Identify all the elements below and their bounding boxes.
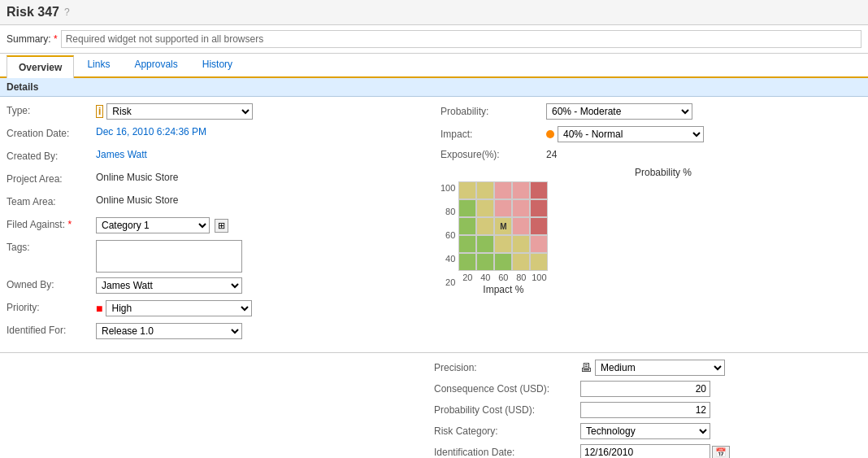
filed-against-select[interactable]: Category 1: [96, 217, 210, 233]
identified-for-select[interactable]: Release 1.0: [96, 323, 242, 339]
impact-select[interactable]: 40% - Normal: [558, 126, 704, 142]
filed-against-row: Filed Against: * Category 1 ⊞: [7, 217, 427, 235]
right-column: Probability: 60% - Moderate Impact: 40% …: [434, 103, 868, 346]
created-by-label: Created By:: [7, 149, 96, 162]
matrix-cell: [476, 217, 494, 235]
matrix-cell: [458, 235, 476, 253]
summary-row: Summary: *: [0, 25, 868, 54]
matrix-grid: M: [458, 181, 548, 295]
matrix-cell: [530, 181, 548, 199]
matrix-cell: [512, 217, 530, 235]
risk-matrix: Probability % 100 80 60 40 20: [441, 167, 861, 295]
owned-by-label: Owned By:: [7, 277, 96, 290]
created-by-value: James Watt: [96, 149, 427, 160]
impact-dot: [546, 130, 554, 138]
tab-links[interactable]: Links: [76, 54, 121, 76]
page-title: Risk 347: [7, 5, 59, 20]
project-area-row: Project Area: Online Music Store: [7, 172, 427, 190]
precision-icon: 🖶: [580, 361, 592, 374]
priority-row: Priority: ■ High: [7, 300, 427, 318]
probability-cost-label: Probability Cost (USD):: [434, 404, 580, 416]
matrix-cell: [494, 181, 512, 199]
matrix-cell: [458, 217, 476, 235]
matrix-y-axis: 100 80 60 40 20: [441, 181, 458, 287]
probability-row: Probability: 60% - Moderate: [441, 103, 861, 120]
help-icon[interactable]: ?: [64, 7, 70, 18]
matrix-cell: [458, 181, 476, 199]
filed-against-field: Category 1 ⊞: [96, 217, 228, 233]
filed-against-browse[interactable]: ⊞: [215, 219, 228, 233]
impact-row: Impact: 40% - Normal: [441, 126, 861, 142]
matrix-cell: [458, 199, 476, 217]
probability-cost-row: Probability Cost (USD):: [434, 402, 861, 418]
matrix-cell: [530, 253, 548, 271]
identification-date-calendar[interactable]: 📅: [712, 446, 730, 459]
tabs-bar: Overview Links Approvals History: [0, 54, 868, 78]
identification-date-row: Identification Date: 📅: [434, 444, 861, 458]
matrix-row-60: M: [458, 217, 548, 235]
project-area-value: Online Music Store: [96, 172, 427, 183]
matrix-row-100: [458, 181, 548, 199]
team-area-value: Online Music Store: [96, 194, 427, 206]
team-area-label: Team Area:: [7, 194, 96, 207]
exposure-value: 24: [546, 149, 557, 160]
precision-select[interactable]: Medium: [595, 360, 725, 376]
matrix-container: 100 80 60 40 20: [441, 181, 861, 295]
identification-date-input[interactable]: [580, 444, 710, 458]
tags-label: Tags:: [7, 240, 96, 253]
tags-input[interactable]: [96, 240, 242, 273]
matrix-row-80: [458, 199, 548, 217]
matrix-cell: [530, 235, 548, 253]
precision-row: Precision: 🖶 Medium: [434, 360, 861, 376]
matrix-cell: [512, 181, 530, 199]
probability-cost-input[interactable]: [580, 402, 710, 418]
page-header: Risk 347 ?: [0, 0, 868, 25]
priority-field: ■ High: [96, 300, 252, 316]
creation-date-value: Dec 16, 2010 6:24:36 PM: [96, 126, 427, 137]
matrix-title: Probability %: [441, 167, 861, 178]
type-icon: i: [96, 105, 103, 118]
type-select[interactable]: Risk: [106, 103, 253, 120]
matrix-cell: [494, 199, 512, 217]
priority-label: Priority:: [7, 300, 96, 313]
exposure-label: Exposure(%):: [441, 149, 546, 160]
impact-label: Impact:: [441, 129, 546, 140]
matrix-cell: [494, 253, 512, 271]
matrix-x-labels: 20 40 60 80 100: [458, 273, 548, 282]
tags-row: Tags:: [7, 240, 427, 273]
matrix-cell: [530, 217, 548, 235]
bottom-left-col: [7, 360, 434, 458]
matrix-cell: [494, 235, 512, 253]
left-column: Type: i Risk Creation Date: Dec 16, 2010…: [0, 103, 434, 346]
matrix-cell: [476, 253, 494, 271]
priority-select[interactable]: High: [106, 300, 252, 316]
risk-category-select[interactable]: Technology: [580, 423, 710, 439]
type-row: Type: i Risk: [7, 103, 427, 121]
probability-label: Probability:: [441, 106, 546, 117]
exposure-row: Exposure(%): 24: [441, 149, 861, 160]
matrix-row-40: [458, 235, 548, 253]
summary-input[interactable]: [61, 30, 861, 48]
consequence-cost-row: Consequence Cost (USD):: [434, 381, 861, 397]
creation-date-row: Creation Date: Dec 16, 2010 6:24:36 PM: [7, 126, 427, 144]
identified-for-row: Identified For: Release 1.0: [7, 323, 427, 341]
type-field: i Risk: [96, 103, 253, 120]
type-label: Type:: [7, 103, 96, 116]
matrix-cell: [458, 253, 476, 271]
tab-overview[interactable]: Overview: [7, 55, 74, 78]
matrix-cell: [512, 253, 530, 271]
matrix-row-20: [458, 253, 548, 271]
consequence-cost-input[interactable]: [580, 381, 710, 397]
project-area-label: Project Area:: [7, 172, 96, 185]
tab-history[interactable]: History: [191, 54, 244, 76]
tab-approvals[interactable]: Approvals: [123, 54, 189, 76]
consequence-cost-label: Consequence Cost (USD):: [434, 383, 580, 395]
identification-date-label: Identification Date:: [434, 447, 580, 458]
summary-required: *: [54, 33, 58, 45]
precision-label: Precision:: [434, 362, 580, 373]
probability-select[interactable]: 60% - Moderate: [546, 103, 692, 120]
details-body: Type: i Risk Creation Date: Dec 16, 2010…: [0, 97, 868, 352]
matrix-cell: [476, 235, 494, 253]
matrix-cell: [512, 235, 530, 253]
owned-by-select[interactable]: James Watt: [96, 277, 242, 294]
